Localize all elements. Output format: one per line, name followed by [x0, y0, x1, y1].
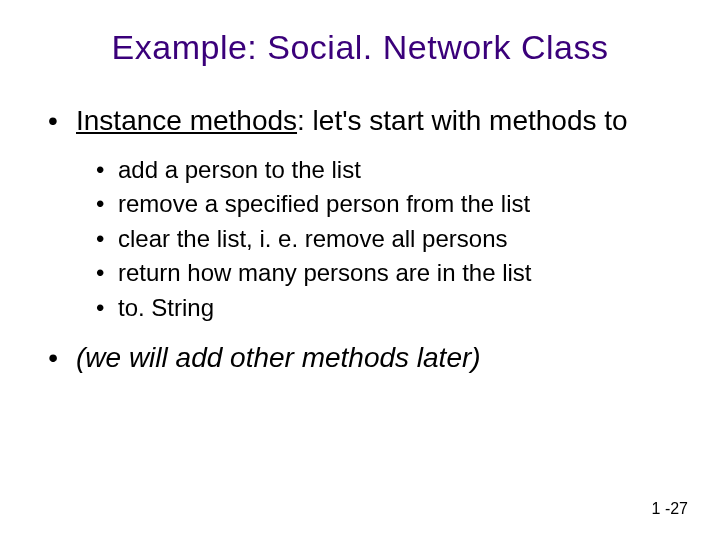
sub-bullet-clear: clear the list, i. e. remove all persons — [96, 223, 680, 255]
slide: Example: Social. Network Class Instance … — [0, 0, 720, 540]
bullet-later-methods: (we will add other methods later) — [48, 340, 680, 375]
instance-methods-rest: : let's start with methods to — [297, 105, 628, 136]
sub-bullet-count: return how many persons are in the list — [96, 257, 680, 289]
sub-bullet-tostring: to. String — [96, 292, 680, 324]
bullet-instance-methods: Instance methods: let's start with metho… — [48, 103, 680, 138]
slide-title: Example: Social. Network Class — [40, 28, 680, 67]
sub-bullet-add: add a person to the list — [96, 154, 680, 186]
sub-bullet-remove: remove a specified person from the list — [96, 188, 680, 220]
bullet-list-level1-cont: (we will add other methods later) — [48, 340, 680, 375]
slide-number: 1 -27 — [652, 500, 688, 518]
bullet-list-level1: Instance methods: let's start with metho… — [48, 103, 680, 138]
instance-methods-label: Instance methods — [76, 105, 297, 136]
bullet-list-level2: add a person to the list remove a specif… — [96, 154, 680, 324]
